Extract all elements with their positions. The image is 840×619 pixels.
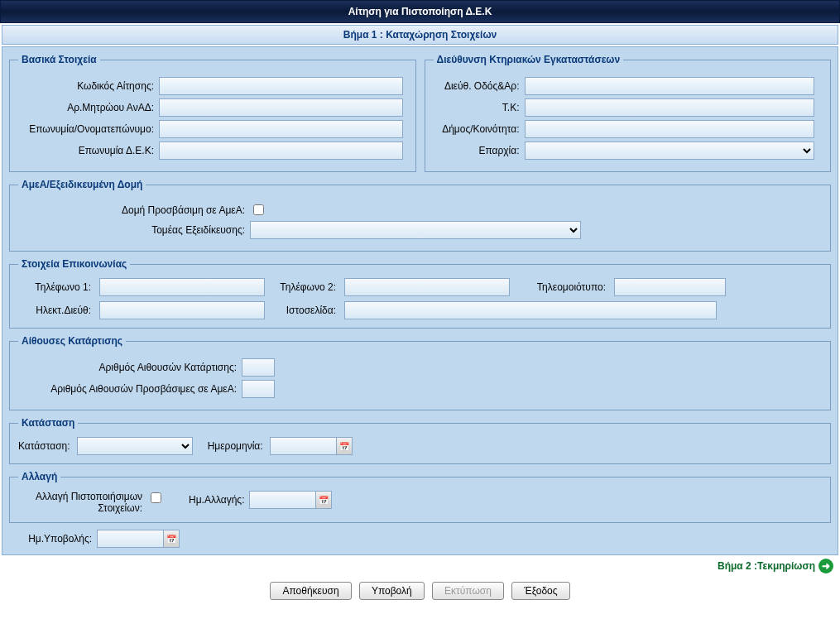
specialization-select[interactable] — [250, 221, 581, 239]
status-fieldset: Κατάσταση Κατάσταση: Ημερομηνία: 📅 — [9, 417, 831, 464]
next-step-link[interactable]: Βήμα 2 :Τεκμηρίωση ➜ — [718, 559, 833, 573]
save-button[interactable]: Αποθήκευση — [270, 582, 351, 600]
postal-input[interactable] — [525, 98, 814, 117]
postal-label: Τ.Κ: — [434, 102, 525, 113]
website-input[interactable] — [344, 301, 717, 319]
calendar-icon[interactable]: 📅 — [315, 491, 332, 509]
code-label: Κωδικός Αίτησης: — [18, 80, 159, 92]
email-label: Ηλεκτ.Διεύθ: — [18, 305, 93, 316]
print-button[interactable]: Εκτύπωση — [432, 582, 504, 600]
rooms-accessible-input[interactable] — [242, 380, 275, 398]
email-input[interactable] — [99, 301, 265, 319]
phone1-label: Τηλέφωνο 1: — [18, 281, 93, 293]
rooms-fieldset: Αίθουσες Κατάρτισης Αριθμός Αιθουσών Κατ… — [9, 335, 831, 410]
rooms-legend: Αίθουσες Κατάρτισης — [18, 335, 126, 347]
name-input[interactable] — [159, 120, 403, 138]
submission-date-label: Ημ.Υποβολής: — [9, 533, 92, 545]
window-title: Αίτηση για Πιστοποίηση Δ.Ε.Κ — [348, 6, 492, 17]
change-date-input[interactable] — [249, 491, 315, 509]
status-legend: Κατάσταση — [18, 417, 78, 429]
change-checkbox[interactable] — [151, 492, 161, 503]
dek-input[interactable] — [159, 142, 403, 160]
fax-label: Τηλεομοιότυπο: — [516, 281, 607, 293]
calendar-icon[interactable]: 📅 — [163, 530, 180, 548]
basic-fieldset: Βασικά Στοιχεία Κωδικός Αίτησης: Αρ.Μητρ… — [9, 54, 416, 172]
exit-button[interactable]: Έξοδος — [511, 582, 569, 600]
street-label: Διεύθ. Οδός&Αρ: — [434, 80, 525, 92]
specialization-label: Τομέας Εξειδίκευσης: — [18, 224, 250, 236]
phone2-input[interactable] — [344, 278, 510, 296]
amea-accessible-checkbox[interactable] — [253, 204, 264, 215]
registry-input[interactable] — [159, 98, 403, 117]
change-label: Αλλαγή Πιστοποιήσιμων Στοιχείων: — [18, 491, 142, 514]
window-title-bar: Αίτηση για Πιστοποίηση Δ.Ε.Κ — [0, 0, 840, 23]
phone1-input[interactable] — [99, 278, 265, 296]
municipality-input[interactable] — [525, 120, 814, 138]
contact-legend: Στοιχεία Επικοινωνίας — [18, 258, 130, 270]
fax-input[interactable] — [614, 278, 726, 296]
status-date-input[interactable] — [270, 437, 336, 455]
street-input[interactable] — [525, 77, 814, 95]
status-date-label: Ημερομηνία: — [208, 440, 265, 452]
registry-label: Αρ.Μητρώου ΑνΑΔ: — [18, 102, 159, 113]
status-select[interactable] — [77, 437, 193, 455]
address-legend: Διεύθυνση Κτηριακών Εγκαταστάσεων — [434, 54, 624, 65]
form-content: Βασικά Στοιχεία Κωδικός Αίτησης: Αρ.Μητρ… — [2, 46, 838, 555]
rooms-count-label: Αριθμός Αιθουσών Κατάρτισης: — [18, 362, 242, 373]
dek-label: Επωνυμία Δ.Ε.Κ: — [18, 145, 159, 156]
button-bar: Αποθήκευση Υποβολή Εκτύπωση Έξοδος — [0, 577, 840, 610]
submission-date-input[interactable] — [97, 530, 163, 548]
amea-legend: ΑμεΑ/Εξειδικευμένη Δομή — [18, 179, 146, 190]
footer-nav: Βήμα 2 :Τεκμηρίωση ➜ — [0, 555, 840, 577]
rooms-accessible-label: Αριθμός Αιθουσών Προσβάσιμες σε ΑμεΑ: — [18, 383, 242, 395]
district-label: Επαρχία: — [434, 145, 525, 156]
rooms-count-input[interactable] — [242, 358, 275, 377]
submit-button[interactable]: Υποβολή — [359, 582, 425, 600]
district-select[interactable] — [525, 142, 814, 160]
step-header: Βήμα 1 : Καταχώρηση Στοιχείων — [2, 25, 838, 45]
contact-fieldset: Στοιχεία Επικοινωνίας Τηλέφωνο 1: Τηλέφω… — [9, 258, 831, 329]
arrow-right-icon: ➜ — [818, 559, 833, 573]
phone2-label: Τηλέφωνο 2: — [271, 281, 338, 293]
amea-fieldset: ΑμεΑ/Εξειδικευμένη Δομή Δομή Προσβάσιμη … — [9, 179, 831, 252]
change-legend: Αλλαγή — [18, 471, 60, 482]
change-fieldset: Αλλαγή Αλλαγή Πιστοποιήσιμων Στοιχείων: … — [9, 471, 831, 523]
change-date-label: Ημ.Αλλαγής: — [189, 494, 244, 506]
status-label: Κατάσταση: — [18, 440, 72, 452]
basic-legend: Βασικά Στοιχεία — [18, 54, 100, 65]
address-fieldset: Διεύθυνση Κτηριακών Εγκαταστάσεων Διεύθ.… — [425, 54, 832, 172]
code-input[interactable] — [159, 77, 403, 95]
amea-accessible-label: Δομή Προσβάσιμη σε ΑμεΑ: — [18, 204, 250, 216]
website-label: Ιστοσελίδα: — [271, 305, 338, 316]
next-step-label: Βήμα 2 :Τεκμηρίωση — [718, 560, 815, 572]
step-label: Βήμα 1 : Καταχώρηση Στοιχείων — [343, 29, 497, 41]
municipality-label: Δήμος/Κοινότητα: — [434, 123, 525, 135]
calendar-icon[interactable]: 📅 — [336, 437, 353, 455]
name-label: Επωνυμία/Ονοματεπώνυμο: — [18, 123, 159, 135]
